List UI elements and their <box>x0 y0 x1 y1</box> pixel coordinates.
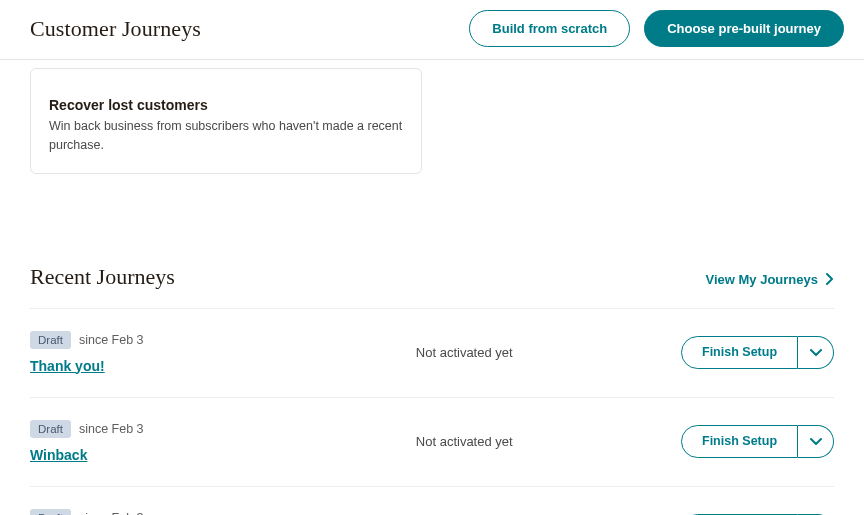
journey-name-link[interactable]: Thank you! <box>30 358 105 374</box>
since-text: since Feb 3 <box>79 511 144 516</box>
status-badge: Draft <box>30 331 71 349</box>
page-title: Customer Journeys <box>30 16 201 42</box>
top-actions: Build from scratch Choose pre-built jour… <box>469 10 844 47</box>
choose-prebuilt-button[interactable]: Choose pre-built journey <box>644 10 844 47</box>
card-thumbnail-placeholder <box>49 85 403 91</box>
top-bar: Customer Journeys Build from scratch Cho… <box>0 0 864 60</box>
section-title: Recent Journeys <box>30 264 175 290</box>
journey-row: Draft since Feb 3 Thank you! Not activat… <box>30 308 834 397</box>
build-from-scratch-button[interactable]: Build from scratch <box>469 10 630 47</box>
status-badge: Draft <box>30 420 71 438</box>
journey-name-link[interactable]: Winback <box>30 447 87 463</box>
journey-left: Draft since Feb 3 Winback <box>30 420 416 464</box>
since-text: since Feb 3 <box>79 422 144 436</box>
journey-activation-status: Not activated yet <box>416 345 681 360</box>
chevron-down-icon <box>810 438 822 446</box>
card-title: Recover lost customers <box>49 97 403 113</box>
chevron-down-icon <box>810 349 822 357</box>
journey-activation-status: Not activated yet <box>416 434 681 449</box>
view-my-journeys-link[interactable]: View My Journeys <box>706 272 834 287</box>
journey-actions: Finish Setup <box>681 336 834 369</box>
journey-actions: Finish Setup <box>681 425 834 458</box>
view-my-journeys-label: View My Journeys <box>706 272 818 287</box>
finish-setup-button[interactable]: Finish Setup <box>681 425 798 458</box>
chevron-right-icon <box>826 273 834 285</box>
journey-row: Draft since Feb 3 Winback Not activated … <box>30 397 834 486</box>
content-area: Recover lost customers Win back business… <box>0 68 864 515</box>
template-card[interactable]: Recover lost customers Win back business… <box>30 68 422 174</box>
status-badge: Draft <box>30 509 71 516</box>
journey-more-button[interactable] <box>798 336 834 369</box>
finish-setup-button[interactable]: Finish Setup <box>681 336 798 369</box>
journey-status-line: Draft since Feb 3 <box>30 331 416 349</box>
journey-left: Draft since Feb 3 Thank you! <box>30 331 416 375</box>
since-text: since Feb 3 <box>79 333 144 347</box>
journey-row: Draft since Feb 3 Welcome Not activated … <box>30 486 834 516</box>
journeys-list: Draft since Feb 3 Thank you! Not activat… <box>30 308 834 516</box>
section-header: Recent Journeys View My Journeys <box>30 264 834 290</box>
journey-more-button[interactable] <box>798 425 834 458</box>
journey-status-line: Draft since Feb 3 <box>30 420 416 438</box>
card-description: Win back business from subscribers who h… <box>49 117 403 155</box>
journey-status-line: Draft since Feb 3 <box>30 509 416 516</box>
journey-left: Draft since Feb 3 Welcome <box>30 509 416 516</box>
